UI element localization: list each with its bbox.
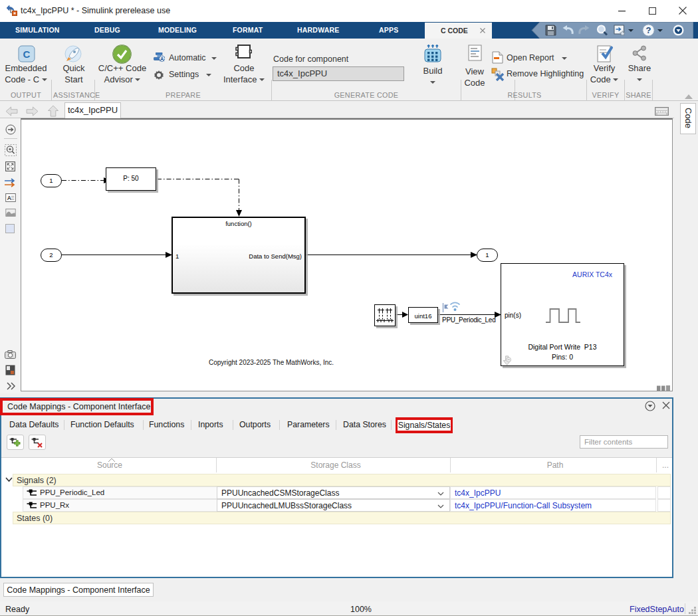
svg-text:?: ? — [646, 25, 651, 35]
svg-text:A: A — [7, 195, 12, 201]
svg-text:C: C — [23, 49, 31, 60]
svg-text:A: A — [160, 56, 164, 62]
